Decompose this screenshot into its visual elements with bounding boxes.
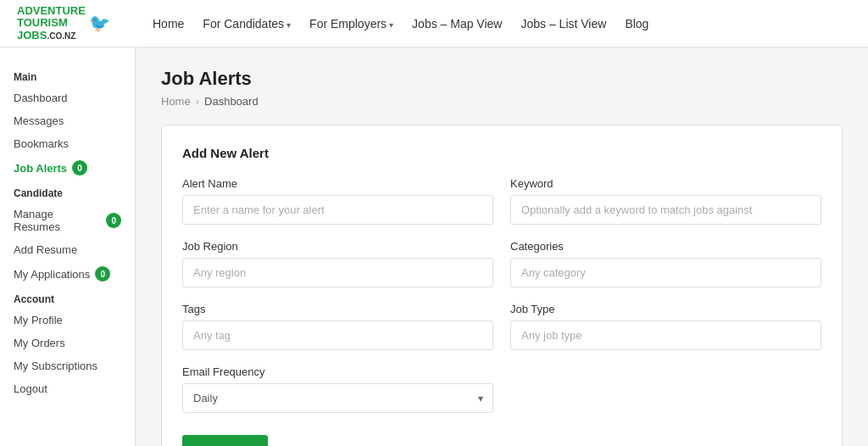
logo-bird-icon: 🐦 <box>89 13 110 33</box>
page-title: Job Alerts <box>161 68 843 90</box>
nav-for-candidates[interactable]: For Candidates▾ <box>203 17 291 31</box>
card-title: Add New Alert <box>182 146 821 160</box>
sidebar: Main Dashboard Messages Bookmarks Job Al… <box>0 47 136 446</box>
dropdown-arrow-icon: ▾ <box>287 20 291 30</box>
sidebar-section-main: Main <box>0 64 135 86</box>
nav-links: Home For Candidates▾ For Employers▾ Jobs… <box>153 17 648 31</box>
alert-name-label: Alert Name <box>182 177 493 190</box>
breadcrumb: Home › Dashboard <box>161 95 843 108</box>
dropdown-arrow-icon: ▾ <box>389 20 393 30</box>
categories-input[interactable] <box>510 258 821 287</box>
nav-jobs-list[interactable]: Jobs – List View <box>520 17 606 31</box>
empty-col <box>510 365 821 413</box>
nav-jobs-map[interactable]: Jobs – Map View <box>412 17 502 31</box>
breadcrumb-home[interactable]: Home <box>161 95 191 108</box>
job-region-label: Job Region <box>182 240 493 253</box>
breadcrumb-separator: › <box>196 95 199 108</box>
layout: Main Dashboard Messages Bookmarks Job Al… <box>0 47 868 446</box>
nav-for-employers[interactable]: For Employers▾ <box>309 17 393 31</box>
alert-name-input[interactable] <box>182 195 493 225</box>
form-group-categories: Categories <box>510 240 821 287</box>
email-frequency-select[interactable]: Daily Weekly Monthly <box>182 383 493 413</box>
job-region-input[interactable] <box>182 258 493 287</box>
form-group-email-frequency: Email Frequency Daily Weekly Monthly <box>182 365 493 413</box>
form-row-1: Alert Name Keyword <box>182 177 821 225</box>
form-group-job-region: Job Region <box>182 240 493 287</box>
form-row-4: Email Frequency Daily Weekly Monthly <box>182 365 821 413</box>
sidebar-item-my-subscriptions[interactable]: My Subscriptions <box>0 354 135 377</box>
email-frequency-select-wrapper: Daily Weekly Monthly <box>182 383 493 413</box>
sidebar-item-messages[interactable]: Messages <box>0 109 135 132</box>
form-row-3: Tags Job Type <box>182 303 821 350</box>
tags-label: Tags <box>182 303 493 315</box>
sidebar-section-candidate: Candidate <box>0 181 135 203</box>
sidebar-item-dashboard[interactable]: Dashboard <box>0 86 135 109</box>
sidebar-item-logout[interactable]: Logout <box>0 377 135 400</box>
save-alert-button[interactable]: Save alert <box>182 435 268 446</box>
form-group-job-type: Job Type <box>510 303 821 350</box>
nav-home[interactable]: Home <box>153 17 184 31</box>
job-alerts-badge: 0 <box>72 160 87 176</box>
sidebar-item-add-resume[interactable]: Add Resume <box>0 238 135 261</box>
sidebar-item-my-applications[interactable]: My Applications 0 <box>0 261 135 287</box>
form-row-2: Job Region Categories <box>182 240 821 287</box>
sidebar-section-account: Account <box>0 287 135 309</box>
categories-label: Categories <box>510 240 821 253</box>
nav-blog[interactable]: Blog <box>625 17 648 31</box>
tags-input[interactable] <box>182 321 493 350</box>
add-alert-card: Add New Alert Alert Name Keyword Job Reg… <box>161 125 843 446</box>
sidebar-item-my-orders[interactable]: My Orders <box>0 332 135 354</box>
sidebar-item-job-alerts[interactable]: Job Alerts 0 <box>0 155 135 181</box>
keyword-input[interactable] <box>510 195 821 225</box>
breadcrumb-current: Dashboard <box>204 95 259 108</box>
email-frequency-label: Email Frequency <box>182 365 493 378</box>
main-content: Job Alerts Home › Dashboard Add New Aler… <box>136 47 868 446</box>
sidebar-item-manage-resumes[interactable]: Manage Resumes 0 <box>0 203 135 238</box>
sidebar-item-bookmarks[interactable]: Bookmarks <box>0 132 135 155</box>
keyword-label: Keyword <box>510 177 821 190</box>
job-type-label: Job Type <box>510 303 821 315</box>
form-group-tags: Tags <box>182 303 493 350</box>
form-group-alert-name: Alert Name <box>182 177 493 225</box>
manage-resumes-badge: 0 <box>106 213 121 228</box>
job-type-input[interactable] <box>510 321 821 350</box>
top-nav: ADVENTURE TOURISM JOBS.CO.NZ 🐦 Home For … <box>0 0 868 47</box>
logo-text: ADVENTURE TOURISM JOBS.CO.NZ <box>17 5 86 42</box>
logo[interactable]: ADVENTURE TOURISM JOBS.CO.NZ 🐦 <box>17 5 153 42</box>
sidebar-item-my-profile[interactable]: My Profile <box>0 309 135 332</box>
my-applications-badge: 0 <box>95 266 110 282</box>
form-group-keyword: Keyword <box>510 177 821 225</box>
